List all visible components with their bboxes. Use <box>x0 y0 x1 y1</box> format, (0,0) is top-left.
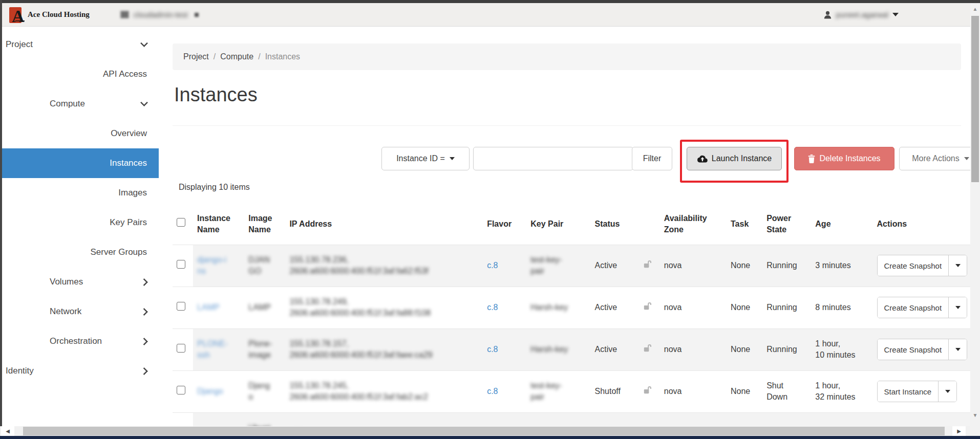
instance-name-link-cell: PLONE- ssh <box>193 328 244 370</box>
column-header-availability-zone[interactable]: Availability Zone <box>660 204 727 245</box>
page-title: Instances <box>174 84 258 106</box>
filter-input[interactable] <box>473 147 633 170</box>
column-header-actions[interactable]: Actions <box>873 204 970 245</box>
window-top-edge <box>0 0 980 3</box>
vertical-scrollbar[interactable]: ▲ ▼ <box>970 3 980 436</box>
user-menu[interactable]: puneet.agarwal <box>824 10 899 19</box>
chevron-right-icon <box>140 367 148 375</box>
column-header-key-pair[interactable]: Key Pair <box>526 204 590 245</box>
task-text-cell: None <box>727 245 762 287</box>
action-dropdown-toggle[interactable] <box>948 297 967 318</box>
sidebar-item-overview[interactable]: Overview <box>2 119 159 148</box>
sidebar-item-project[interactable]: Project <box>2 30 159 59</box>
chevron-down-icon <box>892 13 899 16</box>
action-dropdown-toggle[interactable] <box>938 381 956 402</box>
instance-action-split-button: Create Snapshot <box>877 339 968 360</box>
column-header-image-name[interactable]: Image Name <box>244 204 285 245</box>
horizontal-scrollbar-thumb[interactable] <box>23 427 945 435</box>
select-all-checkbox[interactable] <box>177 218 185 227</box>
instance-name-link[interactable]: PLONE- ssh <box>197 339 228 359</box>
sidebar-item-label: Orchestration <box>50 336 102 346</box>
cloud-upload-icon <box>697 155 708 163</box>
vertical-scrollbar-thumb[interactable] <box>971 16 979 182</box>
sidebar-item-label: Overview <box>111 128 147 139</box>
breadcrumb-project[interactable]: Project <box>183 52 209 61</box>
instance-action-button[interactable]: Create Snapshot <box>878 339 949 360</box>
project-selector[interactable]: cloudadmin-test <box>120 10 199 19</box>
chevron-down-icon <box>964 157 969 160</box>
column-header-task[interactable]: Task <box>727 204 762 245</box>
sidebar-item-orchestration[interactable]: Orchestration <box>2 326 159 356</box>
scroll-left-arrow[interactable]: ◀ <box>1 426 14 436</box>
instance-action-split-button: Start Instance <box>877 381 957 402</box>
column-header-instance-name[interactable]: Instance Name <box>193 204 244 245</box>
row-checkbox[interactable] <box>177 260 185 269</box>
sidebar-item-server-groups[interactable]: Server Groups <box>2 237 159 267</box>
ip-address-cell: 155.130.78.157, 2606:a600:6000:400:f51f:… <box>285 328 483 370</box>
age-text-cell: 8 minutes <box>811 287 872 328</box>
sidebar-item-label: Project <box>6 39 33 50</box>
launch-instance-button[interactable]: Launch Instance <box>687 147 782 170</box>
sidebar-item-network[interactable]: Network <box>2 297 159 326</box>
scroll-right-arrow[interactable]: ▶ <box>952 426 966 436</box>
column-header-flavor[interactable]: Flavor <box>483 204 526 245</box>
delete-instances-button[interactable]: Delete Instances <box>794 147 894 170</box>
row-checkbox[interactable] <box>177 386 185 394</box>
instance-action-button[interactable]: Start Instance <box>878 381 939 402</box>
scroll-up-arrow[interactable]: ▲ <box>970 6 980 12</box>
action-dropdown-toggle[interactable] <box>948 255 967 276</box>
chevron-down-icon <box>955 348 961 351</box>
flavor-link[interactable]: c.8 <box>487 261 498 270</box>
horizontal-scrollbar[interactable]: ◀ ▶ <box>0 426 970 436</box>
items-count-text: Displaying 10 items <box>179 183 250 192</box>
row-checkbox[interactable] <box>177 302 185 311</box>
action-dropdown-toggle[interactable] <box>948 339 967 360</box>
sidebar-item-key-pairs[interactable]: Key Pairs <box>2 208 159 237</box>
column-header-power-state[interactable]: Power State <box>762 204 811 245</box>
status-text: Active <box>595 261 617 270</box>
instance-name-link[interactable]: django-i ns <box>197 255 226 275</box>
availability-zone: nova <box>664 303 682 312</box>
instance-action-button[interactable]: Create Snapshot <box>878 297 949 318</box>
sidebar-item-instances[interactable]: Instances <box>2 148 159 178</box>
sidebar-item-label: Key Pairs <box>110 217 147 228</box>
availability-zone-cell: nova <box>660 328 727 370</box>
availability-zone-cell: nova <box>660 245 727 287</box>
sidebar-item-api-access[interactable]: API Access <box>2 59 159 89</box>
table-row: DjangoDjang o155.130.78.245, 2606:a600:6… <box>173 370 970 412</box>
sidebar-item-identity[interactable]: Identity <box>2 356 159 386</box>
instance-name-link-cell: LAMP <box>193 287 244 328</box>
flavor-link[interactable]: c.8 <box>487 303 498 312</box>
filter-field-label: Instance ID = <box>396 154 445 163</box>
flavor-link[interactable]: c.8 <box>487 387 498 396</box>
status-text-cell <box>591 412 640 427</box>
sidebar-item-compute[interactable]: Compute <box>2 89 159 119</box>
row-checkbox[interactable] <box>177 344 185 353</box>
sidebar-item-volumes[interactable]: Volumes <box>2 267 159 297</box>
instance-name-link[interactable]: Django <box>197 387 223 396</box>
instance-action-button[interactable]: Create Snapshot <box>878 255 949 276</box>
brand-home-link[interactable]: A Ace Cloud Hosting <box>9 6 90 24</box>
filter-button[interactable]: Filter <box>632 147 672 170</box>
column-header-status[interactable]: Status <box>591 204 640 245</box>
task-text-cell: None <box>727 287 762 328</box>
brand-name: Ace Cloud Hosting <box>28 10 90 19</box>
breadcrumb-compute[interactable]: Compute <box>220 52 253 61</box>
column-header-blank <box>173 204 193 245</box>
sidebar-item-label: Identity <box>6 366 34 376</box>
key-pair-cell: test-key- pair <box>526 245 590 287</box>
filter-field-dropdown[interactable]: Instance ID = <box>381 147 470 170</box>
sidebar-item-images[interactable]: Images <box>2 178 159 208</box>
age-text: 1 hour, 10 minutes <box>815 339 855 359</box>
column-header-ip-address[interactable]: IP Address <box>285 204 483 245</box>
more-actions-button[interactable]: More Actions <box>899 147 970 170</box>
actions-cell: Create Snapshot <box>873 287 970 328</box>
column-header-age[interactable]: Age <box>811 204 872 245</box>
power-state-cell: Running <box>762 328 811 370</box>
flavor-link[interactable]: c.8 <box>487 345 498 354</box>
instance-name-link[interactable]: LAMP <box>197 303 220 312</box>
scroll-down-arrow[interactable]: ▼ <box>970 412 980 418</box>
status-text: Active <box>595 303 617 312</box>
status-text-cell: Active <box>591 287 640 328</box>
instances-table: Instance NameImage NameIP AddressFlavorK… <box>173 204 970 427</box>
